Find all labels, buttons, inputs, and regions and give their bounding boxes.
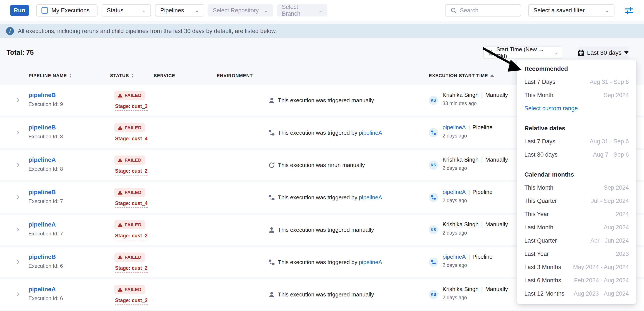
avatar [429,128,438,137]
search-box[interactable] [445,4,521,16]
date-range-option-last-6-months[interactable]: Last 6 MonthsFeb 2024 - Aug 2024 [524,274,629,287]
option-label: This Year [524,211,549,218]
row-expand-chevron[interactable]: › [16,289,19,298]
run-button[interactable]: Run [10,5,29,16]
execution-start-info: pipelineA|Pipeline 2 days ago [442,124,492,139]
column-header-service: SERVICE [154,73,175,78]
sort-label: Start Time (New → Old) [496,46,554,60]
row-expand-chevron[interactable]: › [16,95,19,104]
trigger-type-label: Pipeline [472,254,493,260]
date-range-menu: RecommendedLast 7 DaysAug 31 - Sep 6This… [517,60,636,304]
row-expand-chevron[interactable]: › [16,192,19,202]
option-date-range: 2024 [616,211,629,218]
my-executions-toggle[interactable]: My Executions [36,4,98,16]
separator: | [481,221,483,228]
filter-settings-icon[interactable] [624,6,634,15]
row-expand-chevron[interactable]: › [16,160,19,169]
failed-stage-link[interactable]: Stage: cust_3 [115,104,148,111]
status-badge-failed: FAILED [114,123,145,132]
execution-id: Execution Id: 9 [28,101,63,107]
failed-stage-link[interactable]: Stage: cust_2 [115,168,148,176]
failed-stage-link[interactable]: Stage: cust_4 [115,136,148,143]
date-range-option-last-7-days[interactable]: Last 7 DaysAug 31 - Sep 6 [524,75,629,88]
execution-id: Execution Id: 6 [28,263,63,269]
pipeline-name-link[interactable]: pipelineA [28,286,56,293]
status-filter-dropdown[interactable]: Status ⌄ [102,4,151,16]
trigger-pipeline-link[interactable]: pipelineA [359,259,382,266]
separator: | [481,92,483,98]
date-range-option-last-3-months[interactable]: Last 3 MonthsMay 2024 - Aug 2024 [524,260,629,274]
pipeline-name-link[interactable]: pipelineB [28,189,56,196]
execution-start-info: pipelineA|Pipeline 2 days ago [442,254,492,268]
pipeline-name-link[interactable]: pipelineA [28,156,56,163]
my-executions-checkbox[interactable] [42,7,48,14]
select-repository-dropdown[interactable]: Select Repository ⌄ [208,4,273,16]
pipelines-filter-label: Pipelines [160,7,184,14]
failed-stage-link[interactable]: Stage: cust_4 [115,200,148,208]
time-ago: 2 days ago [442,262,492,268]
date-range-option-last-12-months[interactable]: Last 12 MonthsAug 2023 - Aug 2024 [524,287,629,300]
status-badge-label: FAILED [125,254,142,260]
date-range-option-last-quarter[interactable]: Last QuarterApr - Jun 2024 [524,234,629,247]
chevron-down-icon: ⌄ [141,8,146,14]
avatar: KS [429,290,438,299]
option-label: This Month [524,92,554,98]
sort-dropdown[interactable]: Start Time (New → Old) ⌄ [483,46,562,59]
menu-section-header: Calendar months [524,168,629,181]
trigger-icon [268,226,275,233]
column-header-pipeline-name[interactable]: PIPELINE NAME ▲▼ [29,73,72,78]
trigger-info: This execution was triggered by pipeline… [268,130,382,136]
saved-filter-dropdown[interactable]: Select a saved filter ⌄ [528,4,614,16]
trigger-type-label: Pipeline [472,124,493,130]
pipelines-filter-dropdown[interactable]: Pipelines ⌄ [155,4,204,16]
option-label: Select custom range [524,105,578,112]
date-range-option-select-custom-range[interactable]: Select custom range [524,102,629,115]
pipeline-name-link[interactable]: pipelineB [28,124,56,131]
triggered-by-name: Krishika Singh [442,92,478,98]
date-range-option-last-30-days[interactable]: Last 30 daysAug 7 - Sep 6 [524,148,629,161]
date-range-option-last-month[interactable]: Last MonthAug 2024 [524,221,629,234]
date-range-option-last-year[interactable]: Last Year2023 [524,247,629,260]
status-badge-failed: FAILED [114,220,145,229]
option-date-range: Aug 31 - Sep 6 [590,78,629,85]
date-range-option-this-month[interactable]: This MonthSep 2024 [524,88,629,102]
option-date-range: Feb 2024 - Aug 2024 [574,277,629,284]
status-badge-failed: FAILED [114,252,145,262]
trigger-icon [268,130,275,136]
pipeline-name-link[interactable]: pipelineB [28,254,56,260]
avatar [429,258,438,267]
trigger-type-label: Manually [485,286,508,292]
option-label: This Month [524,184,554,191]
option-label: This Quarter [524,198,557,204]
column-header-status[interactable]: STATUS ▲▼ [110,73,134,78]
chevron-down-icon: ⌄ [554,50,558,56]
menu-section-header: Relative dates [524,122,629,135]
select-repository-label: Select Repository [213,7,259,14]
failed-stage-link[interactable]: Stage: cust_2 [115,298,148,305]
failed-stage-link[interactable]: Stage: cust_2 [115,233,148,240]
row-expand-chevron[interactable]: › [16,224,19,234]
select-branch-dropdown[interactable]: Select Branch ⌄ [277,4,328,16]
option-label: Last 6 Months [524,277,561,284]
date-range-option-last-7-days[interactable]: Last 7 DaysAug 31 - Sep 6 [524,135,629,148]
status-badge-label: FAILED [125,125,142,130]
date-range-button[interactable]: Last 30 days [578,46,629,59]
status-badge-label: FAILED [125,222,142,228]
failed-stage-link[interactable]: Stage: cust_2 [115,265,148,272]
row-expand-chevron[interactable]: › [16,256,19,266]
trigger-pipeline-link[interactable]: pipelineA [359,130,382,136]
triggered-by-name: pipelineA [442,254,466,260]
row-expand-chevron[interactable]: › [16,127,19,137]
option-date-range: Aug 2024 [604,224,629,231]
option-label: Last 7 Days [524,78,556,85]
trigger-pipeline-link[interactable]: pipelineA [359,194,382,201]
status-filter-label: Status [107,7,124,14]
date-range-option-this-year[interactable]: This Year2024 [524,208,629,221]
pipeline-name-link[interactable]: pipelineB [28,92,56,98]
search-input[interactable] [460,7,516,14]
pipeline-name-link[interactable]: pipelineA [28,221,56,228]
date-range-option-this-quarter[interactable]: This QuarterJul - Sep 2024 [524,194,629,208]
date-range-option-this-month[interactable]: This MonthSep 2024 [524,181,629,194]
trigger-icon [268,291,275,298]
column-header-execution-start-time[interactable]: EXECUTION START TIME [429,73,494,78]
